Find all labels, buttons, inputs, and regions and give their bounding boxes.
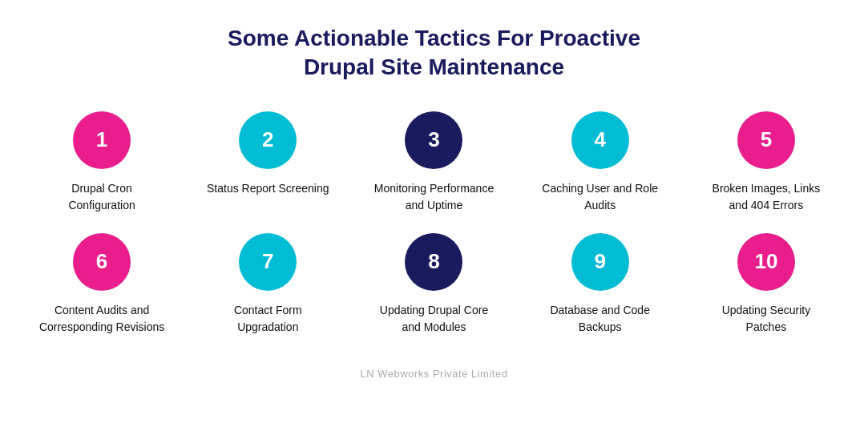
tactic-number-2: 2	[239, 111, 297, 169]
tactic-number-6: 6	[73, 233, 131, 291]
tactic-item-2: 2Status Report Screening	[192, 111, 345, 214]
page-title: Some Actionable Tactics For Proactive Dr…	[228, 24, 640, 83]
tactic-label-7: Contact Form Upgradation	[204, 302, 332, 336]
tactic-label-8: Updating Drupal Core and Modules	[369, 302, 498, 336]
tactic-number-8: 8	[405, 233, 462, 291]
tactic-number-7: 7	[239, 233, 297, 291]
tactic-number-4: 4	[571, 111, 629, 169]
tactic-item-7: 7Contact Form Upgradation	[192, 233, 345, 336]
tactic-item-6: 6Content Audits and Corresponding Revisi…	[26, 233, 179, 336]
tactic-label-4: Caching User and Role Audits	[536, 180, 664, 214]
tactic-label-2: Status Report Screening	[207, 180, 329, 197]
tactic-label-3: Monitoring Performance and Uptime	[369, 180, 498, 214]
tactic-label-5: Broken Images, Links and 404 Errors	[702, 180, 830, 214]
tactic-number-10: 10	[737, 233, 795, 291]
tactic-item-9: 9Database and Code Backups	[523, 233, 676, 336]
tactics-grid: 1Drupal Cron Configuration2Status Report…	[26, 111, 843, 336]
tactic-label-10: Updating Security Patches	[702, 302, 830, 336]
footer-text: LN Webworks Private Limited	[361, 368, 508, 380]
tactic-number-1: 1	[73, 111, 131, 169]
tactic-label-1: Drupal Cron Configuration	[38, 180, 166, 214]
tactic-item-4: 4Caching User and Role Audits	[523, 111, 676, 214]
tactic-number-9: 9	[571, 233, 629, 291]
tactic-item-1: 1Drupal Cron Configuration	[26, 111, 179, 214]
tactic-item-5: 5Broken Images, Links and 404 Errors	[689, 111, 842, 214]
tactic-item-10: 10Updating Security Patches	[689, 233, 842, 336]
tactic-number-5: 5	[737, 111, 795, 169]
tactic-number-3: 3	[405, 111, 462, 169]
tactic-item-8: 8Updating Drupal Core and Modules	[357, 233, 511, 336]
tactic-label-9: Database and Code Backups	[536, 302, 664, 336]
tactic-item-3: 3Monitoring Performance and Uptime	[357, 111, 511, 214]
tactic-label-6: Content Audits and Corresponding Revisio…	[38, 302, 166, 336]
